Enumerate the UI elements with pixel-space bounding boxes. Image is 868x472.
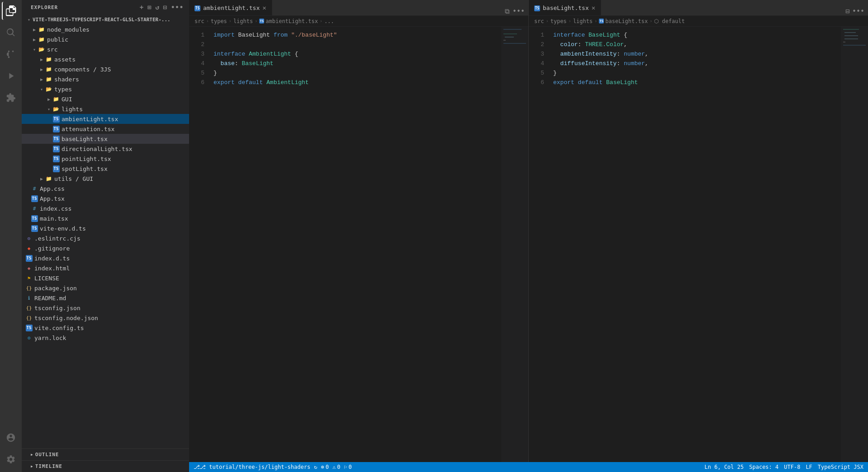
git-file-icon: ◆	[25, 245, 33, 252]
cursor-position[interactable]: Ln 6, Col 25	[705, 464, 744, 470]
explorer-icon[interactable]	[2, 2, 20, 20]
json-file-icon: {}	[25, 304, 33, 312]
tree-item-tsconfig-node[interactable]: {} tsconfig.node.json	[22, 313, 189, 323]
toggle-layout-icon[interactable]: ⊟	[845, 7, 849, 15]
timeline-header[interactable]: ▶ TIMELINE	[22, 462, 189, 471]
bc-symbol[interactable]: ...	[324, 18, 334, 24]
tree-item-readme[interactable]: ℹ README.md	[22, 293, 189, 303]
left-code-editor[interactable]: 1 import BaseLight from "./baseLight" 2 …	[189, 27, 501, 462]
new-folder-icon[interactable]: ⊞	[147, 4, 152, 11]
spaces-setting[interactable]: Spaces: 4	[749, 464, 778, 470]
timeline-section: ▶ TIMELINE	[22, 460, 189, 472]
tree-item-package-json[interactable]: {} package.json	[22, 283, 189, 293]
bc-src[interactable]: src	[194, 18, 204, 24]
tree-item-components[interactable]: ▶ 📁 components / 3JS	[22, 64, 189, 74]
tree-item-index-css[interactable]: # index.css	[22, 203, 189, 213]
info-status[interactable]: ⚐ 0	[344, 464, 351, 470]
left-tab-close[interactable]: ✕	[262, 4, 266, 11]
encoding-setting[interactable]: UTF-8	[784, 464, 800, 470]
bc-types[interactable]: types	[211, 18, 227, 24]
right-tab-base[interactable]: TS baseLight.tsx ✕	[529, 0, 601, 15]
folder-open-icon: 📂	[38, 46, 45, 53]
tree-item-types[interactable]: ▾ 📂 types	[22, 84, 189, 94]
tree-item-index-html[interactable]: ◈ index.html	[22, 263, 189, 273]
bc-lights[interactable]: lights	[233, 18, 253, 24]
tree-item-lights[interactable]: ▾ 📂 lights	[22, 104, 189, 114]
tree-item-app-tsx[interactable]: TS App.tsx	[22, 194, 189, 203]
tree-item-eslintrc[interactable]: ⊙ .eslintrc.cjs	[22, 233, 189, 243]
left-breadcrumb: src › types › lights › TS ambientLight.t…	[189, 16, 528, 27]
tree-item-ambient-light[interactable]: TS ambientLight.tsx	[22, 114, 189, 124]
tree-item-vite-config[interactable]: TS vite.config.ts	[22, 323, 189, 333]
tree-item-point-light[interactable]: TS pointLight.tsx	[22, 154, 189, 164]
bc-file[interactable]: TS ambientLight.tsx	[259, 18, 318, 24]
project-root[interactable]: ▾ VITE-THREEJS-TYPESCRIPT-REACT-GLSL-STA…	[22, 14, 189, 24]
tree-item-gui[interactable]: ▶ 📁 GUI	[22, 94, 189, 104]
left-tab-ambient[interactable]: TS ambientLight.tsx ✕	[189, 0, 272, 15]
refresh-icon[interactable]: ↺	[155, 4, 159, 11]
extensions-icon[interactable]	[2, 89, 20, 107]
code-line: 2 color: THREE.Color,	[529, 40, 841, 49]
account-icon[interactable]	[2, 429, 20, 447]
right-code-editor[interactable]: 1 interface BaseLight { 2 color: THREE.C…	[529, 27, 841, 462]
tree-item-utils[interactable]: ▶ 📁 utils / GUI	[22, 174, 189, 184]
more-actions-right-icon[interactable]: •••	[852, 7, 864, 15]
bc-symbol-r[interactable]: ⬡ default	[654, 18, 685, 24]
tree-item-base-light[interactable]: TS baseLight.tsx	[22, 134, 189, 144]
tree-item-index-dts[interactable]: TS index.d.ts	[22, 253, 189, 263]
warnings-status[interactable]: ⚠ 0	[332, 464, 340, 470]
tree-item-vite-env[interactable]: TS vite-env.d.ts	[22, 223, 189, 233]
tree-item-src[interactable]: ▾ 📂 src	[22, 44, 189, 54]
search-icon[interactable]	[2, 24, 20, 42]
ts-file-icon: TS	[31, 195, 38, 202]
sync-status[interactable]: ↻	[314, 464, 317, 470]
warning-icon: ⚠	[332, 464, 336, 470]
errors-status[interactable]: ⊗ 0	[321, 464, 328, 470]
timeline-label: TIMELINE	[35, 463, 62, 469]
ts-file-icon: TS	[31, 225, 38, 232]
folder-icon: 📁	[45, 56, 52, 63]
left-tab-label: ambientLight.tsx	[203, 5, 260, 11]
bc-src-r[interactable]: src	[534, 18, 544, 24]
language-label: TypeScript JSX	[818, 464, 863, 470]
md-file-icon: ℹ	[25, 294, 33, 302]
eol-setting[interactable]: LF	[806, 464, 812, 470]
tree-item-gitignore[interactable]: ◆ .gitignore	[22, 243, 189, 253]
tree-item-license[interactable]: ⚑ LICENSE	[22, 273, 189, 283]
tree-item-yarn-lock[interactable]: ⚙ yarn.lock	[22, 333, 189, 343]
source-control-icon[interactable]	[2, 45, 20, 63]
language-mode[interactable]: TypeScript JSX	[818, 464, 863, 470]
ts-file-icon: TS	[31, 215, 38, 222]
svg-rect-9	[843, 42, 845, 42]
right-tab-actions: ⊟ •••	[845, 7, 868, 15]
bc-file-r[interactable]: TS baseLight.tsx	[599, 18, 648, 24]
folder-icon: 📁	[45, 66, 52, 73]
tree-item-app-css[interactable]: # App.css	[22, 184, 189, 194]
tree-item-main-tsx[interactable]: TS main.tsx	[22, 213, 189, 223]
git-branch-status[interactable]: ⎇ ⎇ tutorial/three-js/light-shaders	[194, 464, 310, 470]
svg-rect-2	[505, 37, 514, 38]
collapse-icon[interactable]: ⊟	[163, 4, 167, 11]
new-file-icon[interactable]: +	[140, 4, 144, 11]
run-debug-icon[interactable]	[2, 67, 20, 85]
settings-icon[interactable]	[2, 450, 20, 468]
outline-header[interactable]: ▶ OUTLINE	[22, 450, 189, 459]
split-editor-icon[interactable]: ⧉	[505, 7, 510, 15]
more-actions-icon[interactable]: •••	[171, 4, 184, 11]
tree-item-spot-light[interactable]: TS spotLight.tsx	[22, 164, 189, 174]
ts-file-icon: TS	[52, 135, 60, 142]
tree-item-attenuation[interactable]: TS attenuation.tsx	[22, 124, 189, 134]
status-bar: ⎇ ⎇ tutorial/three-js/light-shaders ↻ ⊗ …	[189, 462, 868, 472]
tree-item-tsconfig[interactable]: {} tsconfig.json	[22, 303, 189, 313]
tree-item-directional[interactable]: TS directionalLight.tsx	[22, 144, 189, 154]
collapse-arrow: ▾	[25, 16, 33, 23]
tree-item-public[interactable]: ▶ 📁 public	[22, 34, 189, 44]
tree-item-assets[interactable]: ▶ 📁 assets	[22, 54, 189, 64]
more-actions-tab-icon[interactable]: •••	[512, 7, 525, 15]
bc-types-r[interactable]: types	[550, 18, 567, 24]
code-line: 4 diffuseIntensity: number,	[529, 59, 841, 68]
tree-item-node-modules[interactable]: ▶ 📁 node_modules	[22, 24, 189, 34]
right-tab-close[interactable]: ✕	[592, 4, 595, 11]
bc-lights-r[interactable]: lights	[573, 18, 593, 24]
tree-item-shaders[interactable]: ▶ 📁 shaders	[22, 74, 189, 84]
